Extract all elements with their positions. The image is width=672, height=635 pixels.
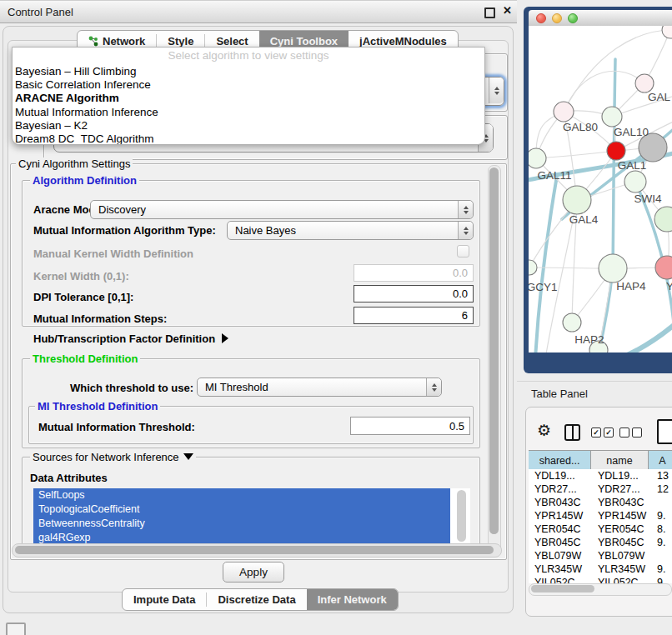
manual-kernel-label: Manual Kernel Width Definition	[33, 248, 193, 260]
manual-kernel-checkbox[interactable]	[457, 245, 469, 258]
network-node-gcy1[interactable]	[529, 260, 537, 275]
attributes-scrollbar[interactable]	[457, 490, 466, 542]
float-window-icon[interactable]	[484, 8, 495, 18]
network-node-gal80[interactable]	[554, 102, 574, 122]
network-node[interactable]	[662, 26, 672, 38]
column-header-shared-[interactable]: shared...	[529, 451, 591, 470]
table-cell	[654, 549, 672, 562]
settings-horizontal-scrollbar-thumb[interactable]	[15, 546, 494, 554]
mi-threshold-field[interactable]: 0.5	[350, 417, 470, 435]
table-cell: YIL052C	[529, 576, 594, 583]
network-node-gal4[interactable]	[563, 186, 591, 214]
mi-threshold-label: Mutual Information Threshold:	[38, 421, 195, 433]
network-edge	[536, 151, 616, 158]
node-label-y: Y	[666, 280, 672, 292]
network-node-gal10[interactable]	[602, 107, 622, 127]
column-header-a[interactable]: A	[649, 451, 672, 470]
dpi-tolerance-field[interactable]: 0.0	[354, 285, 474, 302]
attribute-item-betweennesscentrality[interactable]: BetweennessCentrality	[33, 517, 450, 531]
table-cell	[654, 496, 672, 509]
close-traffic-light[interactable]	[536, 13, 546, 23]
tab-discretize-data[interactable]: Discretize Data	[207, 589, 306, 610]
mi-steps-field[interactable]: 6	[354, 307, 474, 324]
tab-infer-network[interactable]: Infer Network	[307, 589, 398, 610]
network-canvas[interactable]: GALGAL80GAL10GAL1GAL11SWI4GAL4GCY1HAP4YH…	[529, 26, 672, 352]
threshold-definition-title: Threshold Definition	[30, 352, 140, 365]
settings-vertical-scrollbar-thumb[interactable]	[489, 168, 499, 534]
column-header-name[interactable]: name	[591, 451, 649, 470]
network-node-hap4[interactable]	[599, 254, 627, 282]
minimize-traffic-light[interactable]	[552, 13, 562, 23]
node-label-gal1: GAL1	[618, 159, 647, 172]
control-panel-titlebar: Control Panel ✕	[0, 0, 517, 23]
close-icon[interactable]: ✕	[503, 4, 512, 17]
table-cell: YDL19...	[594, 469, 654, 482]
node-label-gal4: GAL4	[569, 213, 599, 226]
table-cell: YLR345W	[529, 562, 594, 576]
algorithm-option-mutual-information-inference[interactable]: Mutual Information Inference	[13, 106, 484, 119]
table-row[interactable]: YBL079WYBL079W	[529, 549, 672, 562]
hub-definition-toggle[interactable]: Hub/Transcription Factor Definition	[33, 332, 228, 345]
table-row[interactable]: YER054CYER054C8.	[529, 522, 672, 536]
table-horizontal-scrollbar-thumb[interactable]	[531, 585, 594, 592]
unchecked-box-icon	[632, 428, 642, 438]
mi-type-select[interactable]: Naive Bayes	[227, 221, 474, 240]
attribute-item-topologicalcoefficient[interactable]: TopologicalCoefficient	[33, 502, 450, 517]
table-cell: YLR345W	[594, 562, 654, 576]
network-edge	[617, 322, 672, 352]
network-edge	[535, 176, 557, 352]
select-all-columns-icon[interactable]: ✓ ✓	[591, 428, 614, 438]
panel-title: Control Panel	[0, 6, 73, 18]
zoom-traffic-light[interactable]	[568, 13, 578, 23]
mi-threshold-title: MI Threshold Definition	[35, 400, 160, 412]
column-layout-icon[interactable]	[564, 424, 580, 441]
tab-label: Style	[168, 35, 193, 48]
unchecked-box-icon	[619, 428, 629, 438]
document-icon[interactable]	[657, 419, 672, 444]
tab-label: Select	[216, 35, 248, 48]
sources-toggle[interactable]: Sources for Network Inference	[30, 451, 196, 463]
panel-grip-icon[interactable]	[6, 622, 26, 635]
table-row[interactable]: YBR043CYBR043C	[529, 496, 672, 509]
node-label-swi4: SWI4	[634, 192, 661, 205]
table-cell: YBR043C	[529, 496, 594, 509]
table-row[interactable]: YDR27...YDR27...12	[529, 482, 672, 496]
algorithm-option-bayesian-k2[interactable]: Bayesian – K2	[13, 119, 484, 132]
data-attributes-label: Data Attributes	[30, 472, 108, 484]
algorithm-option-dream8-dc-tdc-algorithm[interactable]: Dream8 DC_TDC Algorithm	[13, 132, 484, 145]
network-graph: GALGAL80GAL10GAL1GAL11SWI4GAL4GCY1HAP4YH…	[529, 26, 672, 352]
which-threshold-select[interactable]: MI Threshold	[197, 378, 442, 397]
network-node-y[interactable]	[655, 256, 672, 279]
network-node-gal1[interactable]	[607, 142, 625, 160]
table-rows: YDL19...YDL19...13YDR27...YDR27...12YBR0…	[529, 469, 672, 583]
apply-button[interactable]: Apply	[223, 562, 284, 582]
table-cell: YDL19...	[529, 469, 594, 482]
table-cell: 13	[654, 469, 672, 482]
table-cell: YDR27...	[594, 482, 654, 496]
table-row[interactable]: YLR345WYLR345W9.	[529, 562, 672, 576]
table-cell: 9.	[654, 562, 672, 576]
attribute-item-selfloops[interactable]: SelfLoops	[33, 488, 450, 502]
network-node[interactable]	[654, 207, 672, 232]
algorithm-option-bayesian-hill-climbing[interactable]: Bayesian – Hill Climbing	[13, 65, 484, 78]
algorithm-option-basic-correlation-inference[interactable]: Basic Correlation Inference	[13, 78, 484, 92]
table-row[interactable]: YBR045CYBR045C9.	[529, 536, 672, 549]
node-label-gcy1: GCY1	[529, 281, 557, 293]
network-node-gal11[interactable]	[529, 148, 546, 168]
deselect-all-columns-icon[interactable]	[619, 428, 642, 438]
table-cell: 8.	[654, 522, 672, 536]
network-node-swi4[interactable]	[624, 171, 646, 192]
stepper-arrows-icon	[489, 78, 504, 103]
gear-icon[interactable]: ⚙	[537, 421, 551, 440]
kernel-width-field[interactable]: 0.0	[354, 264, 474, 282]
tab-label: Infer Network	[318, 593, 387, 606]
table-row[interactable]: YDL19...YDL19...13	[529, 469, 672, 482]
table-row[interactable]: YIL052CYIL052C9	[529, 576, 672, 583]
aracne-mode-select[interactable]: Discovery	[90, 200, 474, 219]
network-node-hap2[interactable]	[563, 313, 581, 332]
collapse-down-icon	[183, 453, 193, 460]
table-row[interactable]: YPR145WYPR145W9.	[529, 509, 672, 522]
tab-impute-data[interactable]: Impute Data	[123, 589, 206, 610]
algorithm-option-aracne-algorithm[interactable]: ARACNE Algorithm	[13, 92, 484, 105]
network-node-gal[interactable]	[635, 74, 654, 92]
